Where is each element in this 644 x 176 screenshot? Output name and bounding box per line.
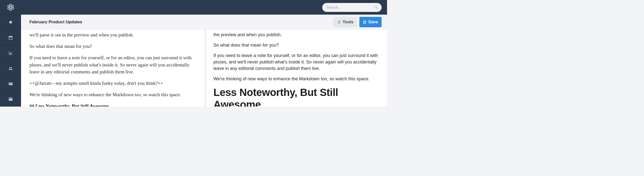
md-line: If you need to leave a note for yourself…: [30, 54, 198, 75]
credit-card-icon: [8, 97, 13, 101]
nav-home[interactable]: [0, 15, 21, 30]
md-line: So what does that mean for you?: [30, 43, 198, 50]
nav-people[interactable]: [0, 60, 21, 76]
preview-heading: Less Noteworthy, But Still Awesome: [214, 86, 381, 107]
preview-paragraph: the preview and when you publish.: [214, 32, 381, 38]
svg-point-6: [10, 7, 12, 8]
svg-point-4: [12, 8, 13, 10]
nav-calendar[interactable]: [0, 30, 21, 45]
card-icon: [8, 81, 13, 86]
svg-point-0: [10, 4, 12, 6]
calendar-icon: [8, 35, 13, 40]
markdown-source-pane[interactable]: we'll parse it out in the preview and wh…: [21, 30, 206, 107]
preview-paragraph: We're thinking of new ways to enhance th…: [214, 76, 381, 82]
md-line: ++@Jarratt—my armpits smell kinda funky …: [30, 80, 198, 87]
search-input[interactable]: [322, 3, 382, 12]
nav-analytics[interactable]: [0, 45, 21, 61]
tools-button[interactable]: Tools: [334, 17, 357, 27]
nav-billing[interactable]: [0, 91, 21, 107]
topbar: [21, 0, 387, 15]
svg-point-1: [8, 6, 9, 7]
svg-point-2: [12, 6, 13, 7]
editor-toolbar: February Product Updates Tools Save: [21, 15, 387, 30]
sliders-icon: [337, 20, 341, 24]
document-title: February Product Updates: [30, 20, 82, 25]
save-button[interactable]: Save: [359, 17, 382, 27]
svg-point-3: [8, 8, 9, 10]
preview-paragraph: So what does that mean for you?: [214, 42, 381, 48]
tools-label: Tools: [342, 20, 354, 25]
hex-cluster-icon: [6, 3, 15, 11]
editor-split: we'll parse it out in the preview and wh…: [21, 30, 387, 107]
home-icon: [8, 20, 13, 25]
app-logo[interactable]: [0, 0, 21, 15]
save-label: Save: [368, 20, 378, 25]
users-icon: [8, 66, 13, 71]
svg-point-5: [10, 9, 12, 11]
search-wrap: [322, 3, 382, 12]
preview-paragraph: If you need to leave a note for yourself…: [214, 52, 381, 72]
md-heading-line: ## Less Noteworthy, But Still Awesome: [30, 103, 198, 107]
nav-content[interactable]: [0, 76, 21, 91]
chart-line-icon: [8, 51, 13, 55]
md-line: We're thinking of new ways to enhance th…: [30, 91, 198, 98]
save-icon: [363, 20, 367, 24]
md-line: we'll parse it out in the preview and wh…: [30, 32, 198, 38]
sidebar-rail: [0, 0, 21, 107]
preview-pane: the preview and when you publish. So wha…: [206, 30, 387, 107]
